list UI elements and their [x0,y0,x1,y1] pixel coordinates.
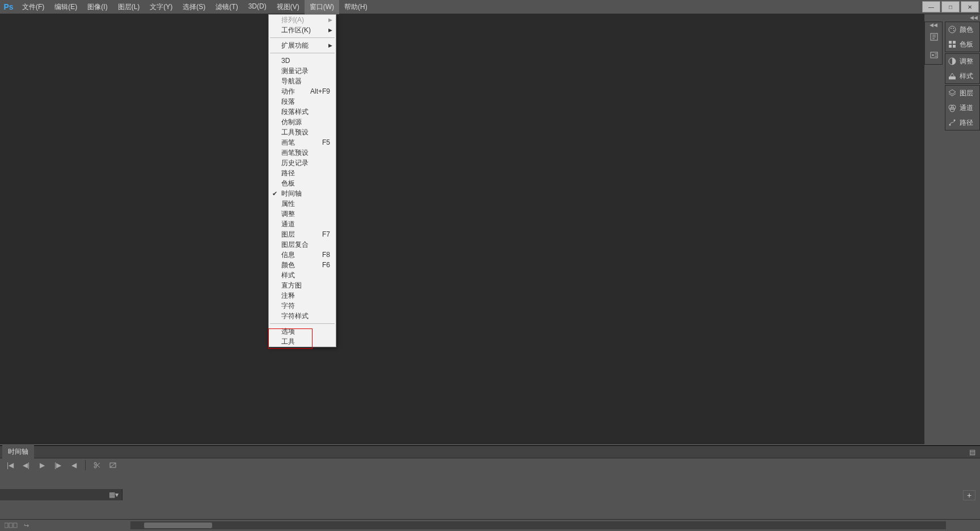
menu-styles[interactable]: 样式 [269,270,336,280]
menu-navigator[interactable]: 导航器 [269,76,336,86]
history-panel-icon-button[interactable] [925,28,943,46]
panel-tab-color[interactable]: 颜色 [945,22,979,37]
menu-tool-presets[interactable]: 工具预设 [269,127,336,137]
menu-brush[interactable]: 画笔 F5 [269,137,336,148]
properties-panel-icon-button[interactable] [925,46,943,64]
menu-measure-log[interactable]: 测量记录 [269,66,336,76]
timeline-track-area[interactable]: ▦▾ + [0,472,980,506]
scrollbar-thumb[interactable] [144,522,212,528]
menu-color[interactable]: 颜色 F6 [269,260,336,270]
menu-character[interactable]: 字符 [269,301,336,311]
menu-type[interactable]: 文字(Y) [145,0,178,14]
timeline-panel: 时间轴 ▤ |◀ ◀| ▶ |▶ ◀ ▦▾ + [0,445,980,519]
minimize-button[interactable]: — [922,1,940,12]
menu-arrange-label: 排列(A) [281,15,304,25]
panel-tab-adjustments[interactable]: 调整 [945,54,979,69]
panel-label: 图层 [960,88,973,98]
menu-info[interactable]: 信息 F8 [269,250,336,260]
track-menu-icon[interactable]: ▦▾ [109,491,119,499]
timeline-tab[interactable]: 时间轴 [2,445,34,458]
menu-3d-panel[interactable]: 3D [269,56,336,66]
label: 色板 [281,179,295,188]
menu-tools[interactable]: 工具 [269,336,336,347]
menu-extensions[interactable]: 扩展功能 ▶ [269,40,336,50]
app-logo: Ps [0,0,17,14]
history-icon [930,32,939,41]
label: 段落 [281,97,295,107]
menu-select[interactable]: 选择(S) [178,0,210,14]
panels-collapse-toggle[interactable]: ◀◀ [924,15,980,22]
menu-history[interactable]: 历史记录 [269,158,336,168]
menu-separator [270,323,335,324]
menu-clone-source[interactable]: 仿制源 [269,117,336,127]
label: 导航器 [281,77,302,86]
split-clip-button[interactable] [90,460,104,471]
label: 路径 [281,168,295,178]
menu-file[interactable]: 文件(F) [17,0,49,14]
menu-histogram[interactable]: 直方图 [269,280,336,290]
label: 段落样式 [281,107,309,117]
audio-mute-button[interactable]: ◀ [67,460,81,471]
label: 时间轴 [281,189,302,199]
menu-view[interactable]: 视图(V) [272,0,305,14]
label: 工具 [281,337,295,347]
menu-window[interactable]: 窗口(W) [305,0,339,14]
menu-swatches[interactable]: 色板 [269,178,336,188]
label: 字符样式 [281,311,309,321]
panel-tab-paths[interactable]: 路径 [945,115,979,130]
panel-tab-swatches[interactable]: 色板 [945,37,979,52]
svg-point-2 [932,54,934,56]
menu-channels[interactable]: 通道 [269,219,336,229]
panel-group-adjust: 调整 样式 [945,53,980,84]
menu-paragraph[interactable]: 段落 [269,96,336,107]
adjustments-icon [948,57,957,66]
menu-brush-presets[interactable]: 画笔预设 [269,148,336,158]
menu-notes[interactable]: 注释 [269,290,336,301]
go-to-first-frame-button[interactable]: |◀ [3,460,17,471]
menu-actions[interactable]: 动作 Alt+F9 [269,86,336,96]
right-panels: 颜色 色板 调整 样式 图层 [945,22,980,130]
timeline-track-header[interactable]: ▦▾ [0,489,122,500]
layers-icon [948,88,957,98]
timeline-scrollbar[interactable] [130,521,946,529]
status-zoom[interactable] [5,522,18,528]
menu-image[interactable]: 图像(I) [82,0,112,14]
transition-icon [109,461,117,469]
status-arrow[interactable]: ↪ [24,522,29,529]
label: 图层 [281,230,295,239]
panel-tab-layers[interactable]: 图层 [945,86,979,100]
menu-workspace-label: 工作区(K) [281,26,311,35]
menu-options[interactable]: 选项 [269,326,336,336]
maximize-button[interactable]: □ [941,1,960,12]
panel-label: 通道 [960,103,973,113]
menu-timeline[interactable]: ✔ 时间轴 [269,188,336,199]
svg-rect-21 [5,523,8,528]
menu-char-styles[interactable]: 字符样式 [269,311,336,321]
menu-paths[interactable]: 路径 [269,168,336,178]
close-button[interactable]: ✕ [961,1,979,12]
menu-layers[interactable]: 图层 F7 [269,229,336,239]
menu-workspace[interactable]: 工作区(K) ▶ [269,25,336,35]
play-button[interactable]: ▶ [35,460,49,471]
menu-arrange[interactable]: 排列(A) ▶ [269,15,336,25]
transition-button[interactable] [106,460,120,471]
canvas-area[interactable] [0,14,924,444]
menu-layer[interactable]: 图层(L) [113,0,145,14]
menu-3d[interactable]: 3D(D) [243,0,272,14]
add-media-button[interactable]: + [963,490,975,500]
menu-para-styles[interactable]: 段落样式 [269,107,336,117]
panel-group-layers: 图层 通道 路径 [945,85,980,130]
menu-adjustments[interactable]: 调整 [269,209,336,219]
menu-filter[interactable]: 滤镜(T) [210,0,243,14]
next-frame-button[interactable]: |▶ [51,460,65,471]
collapse-arrows-icon[interactable]: ◀◀ [925,22,942,28]
menu-edit[interactable]: 编辑(E) [49,0,82,14]
panel-menu-button[interactable]: ▤ [969,448,975,456]
menu-properties[interactable]: 属性 [269,199,336,209]
panel-tab-styles[interactable]: 样式 [945,69,979,83]
menu-help[interactable]: 帮助(H) [339,0,373,14]
menu-layer-comps[interactable]: 图层复合 [269,239,336,250]
panel-label: 样式 [960,71,973,81]
panel-tab-channels[interactable]: 通道 [945,100,979,115]
prev-frame-button[interactable]: ◀| [19,460,33,471]
